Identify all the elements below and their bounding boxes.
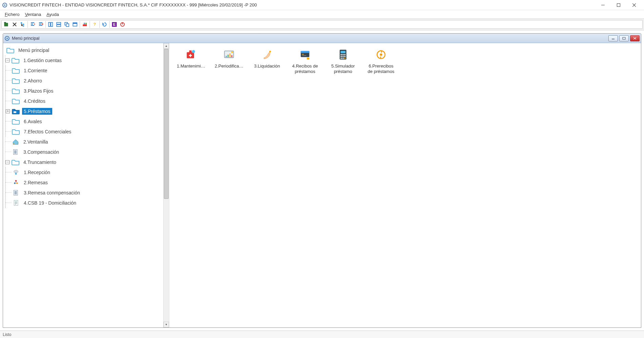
house-icon bbox=[12, 138, 20, 145]
scrollbar-track[interactable] bbox=[164, 49, 169, 322]
tree-node-label: 1.Corriente bbox=[22, 67, 49, 74]
svg-rect-52 bbox=[49, 22, 50, 26]
svg-rect-62 bbox=[86, 23, 87, 24]
separator bbox=[80, 21, 80, 28]
menu-fichero[interactable]: Fichero bbox=[2, 11, 22, 18]
scroll-down-icon[interactable]: ▼ bbox=[164, 322, 169, 327]
svg-rect-48 bbox=[21, 22, 22, 23]
tree-node-label: 3.Plazos Fijos bbox=[22, 88, 55, 94]
item-label-line2: préstamos bbox=[287, 69, 323, 74]
collapse-icon[interactable]: − bbox=[5, 160, 10, 164]
tree-node-corriente[interactable]: 1.Corriente bbox=[6, 65, 163, 76]
statusbar: Listo bbox=[0, 331, 644, 338]
help-icon[interactable]: ? bbox=[91, 21, 99, 28]
item-prerecibos-prestamos[interactable]: 6.Prerecibos de préstamos bbox=[362, 46, 400, 76]
tree-node-remesa-compensacion[interactable]: 3.Remesa conmpensación bbox=[6, 188, 163, 198]
app-e-icon[interactable]: E bbox=[110, 21, 118, 28]
tree-node-compensacion[interactable]: 3.Compensación bbox=[5, 147, 163, 157]
tree-node-label: 1.Gestión cuentas bbox=[22, 57, 63, 64]
item-label: 5.Simulador bbox=[325, 63, 361, 69]
menu-ventana[interactable]: Ventana bbox=[22, 11, 44, 18]
tool-icon[interactable] bbox=[81, 21, 89, 28]
svg-rect-46 bbox=[4, 23, 8, 26]
svg-rect-60 bbox=[83, 24, 87, 26]
tree-node-truncamiento[interactable]: − 4.Truncamiento bbox=[5, 157, 163, 167]
power-icon[interactable] bbox=[118, 21, 127, 28]
align-remove-icon[interactable] bbox=[37, 21, 45, 28]
app-icon bbox=[2, 2, 7, 8]
maintain-icon bbox=[184, 48, 198, 61]
item-liquidacion[interactable]: 3.Liquidación bbox=[248, 46, 286, 70]
item-periodificacion[interactable]: 2.Periodifica… bbox=[210, 46, 248, 70]
tree-icon[interactable] bbox=[19, 21, 27, 28]
scroll-up-icon[interactable]: ▲ bbox=[164, 43, 169, 49]
close-button[interactable] bbox=[626, 0, 642, 10]
tree-node-prestamos[interactable]: + 5.Préstamos bbox=[6, 106, 163, 116]
svg-text:?: ? bbox=[93, 22, 96, 27]
svg-text:E: E bbox=[113, 22, 115, 26]
separator bbox=[99, 21, 100, 28]
item-recibos-prestamos[interactable]: 4.Recibos de préstamos bbox=[286, 46, 324, 76]
tree-node-label: 4.Créditos bbox=[22, 98, 47, 105]
tree-node-creditos[interactable]: 4.Créditos bbox=[6, 96, 163, 106]
item-mantenimiento[interactable]: 1.Mantenimi… bbox=[172, 46, 210, 70]
tree-node-ventanilla[interactable]: 2.Ventanilla bbox=[5, 137, 163, 147]
tree-view[interactable]: Menú principal − 1.Gestión cuentas bbox=[3, 43, 163, 327]
status-text: Listo bbox=[3, 332, 11, 337]
tree-node-remesas[interactable]: 2.Remesas bbox=[6, 177, 163, 188]
maximize-button[interactable] bbox=[611, 0, 626, 10]
item-simulador-prestamo[interactable]: 5.Simulador préstamo bbox=[324, 46, 362, 76]
cloud-download-icon bbox=[12, 169, 20, 176]
expand-icon[interactable]: + bbox=[6, 109, 10, 113]
mdi-title-text: Menú principal bbox=[12, 36, 608, 41]
tree-node-csb19[interactable]: 4.CSB 19 - Domiciliación bbox=[6, 198, 163, 208]
window-title: VISIONCREDIT FINTECH - ENTIDAD VISIONCRE… bbox=[10, 2, 595, 7]
mdi-titlebar: Menú principal bbox=[3, 34, 641, 43]
tree-node-label: 4.CSB 19 - Domiciliación bbox=[22, 200, 78, 206]
svg-rect-54 bbox=[57, 22, 61, 24]
tree-node-label: 6.Avales bbox=[22, 118, 43, 125]
folder-icon bbox=[12, 159, 20, 166]
open-icon[interactable] bbox=[2, 21, 11, 28]
separator bbox=[109, 21, 110, 28]
minimize-button[interactable] bbox=[595, 0, 611, 10]
mdi-maximize-button[interactable] bbox=[619, 35, 629, 41]
tree-node-efectos-comerciales[interactable]: 7.Efectos Comerciales bbox=[6, 127, 163, 137]
folder-icon bbox=[12, 88, 20, 94]
window-icon[interactable] bbox=[71, 21, 79, 28]
align-left-icon[interactable] bbox=[29, 21, 37, 28]
scrollbar-thumb[interactable] bbox=[164, 49, 169, 199]
separator bbox=[27, 21, 28, 28]
rows-icon[interactable] bbox=[55, 21, 63, 28]
columns-icon[interactable] bbox=[46, 21, 55, 28]
tree-pane: Menú principal − 1.Gestión cuentas bbox=[3, 43, 169, 327]
svg-rect-61 bbox=[84, 23, 85, 24]
receipt-icon bbox=[298, 48, 312, 61]
tree-node-label: 2.Remesas bbox=[22, 179, 50, 186]
titlebar: VISIONCREDIT FINTECH - ENTIDAD VISIONCRE… bbox=[0, 0, 644, 10]
refresh-icon[interactable] bbox=[100, 21, 109, 28]
item-label-line2: de préstamos bbox=[363, 69, 399, 74]
tree-node-avales[interactable]: 6.Avales bbox=[6, 116, 163, 127]
tree-root[interactable]: Menú principal bbox=[5, 45, 163, 55]
mdi-close-button[interactable] bbox=[630, 35, 640, 41]
cascade-icon[interactable] bbox=[63, 21, 71, 28]
delete-icon[interactable] bbox=[11, 21, 19, 28]
tree-node-label: 7.Efectos Comerciales bbox=[22, 128, 73, 135]
item-label: 1.Mantenimi… bbox=[173, 63, 209, 69]
tree-node-recepcion[interactable]: 1.Recepción bbox=[6, 167, 163, 177]
tree-node-plazos-fijos[interactable]: 3.Plazos Fijos bbox=[6, 86, 163, 96]
tree-node-ahorro[interactable]: 2.Ahorro bbox=[6, 76, 163, 86]
scrollbar[interactable]: ▲ ▼ bbox=[163, 43, 169, 327]
mdi-minimize-button[interactable] bbox=[608, 35, 618, 41]
tree-node-label: 4.Truncamiento bbox=[22, 159, 58, 166]
folder-icon bbox=[6, 47, 15, 54]
folder-icon bbox=[12, 98, 20, 105]
menu-ayuda[interactable]: Ayuda bbox=[44, 11, 62, 18]
mdi-window: Menú principal Menú principal bbox=[3, 33, 641, 328]
svg-rect-50 bbox=[23, 25, 24, 26]
folder-selected-icon bbox=[12, 108, 20, 115]
tree-node-gestion-cuentas[interactable]: − 1.Gestión cuentas bbox=[5, 55, 163, 65]
tree-node-label: 1.Recepción bbox=[22, 169, 52, 176]
collapse-icon[interactable]: − bbox=[5, 58, 10, 62]
